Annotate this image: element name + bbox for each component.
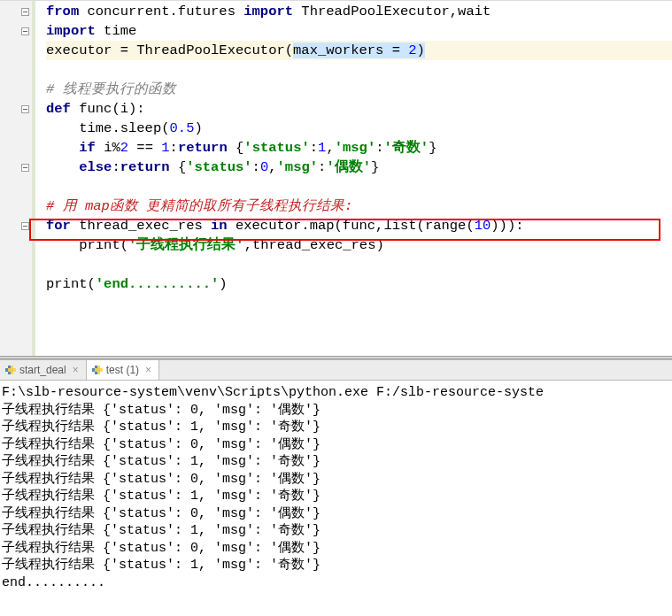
- token-comment: # 用 map函数 更精简的取所有子线程执行结果:: [46, 198, 352, 214]
- token: i%: [104, 140, 120, 156]
- tab-test-1[interactable]: test (1) ×: [87, 360, 159, 380]
- pane-divider[interactable]: [0, 356, 672, 359]
- console-line: 子线程执行结果 {'status': 1, 'msg': '奇数'}: [2, 522, 670, 540]
- code-area[interactable]: from concurrent.futures import ThreadPoo…: [35, 1, 672, 294]
- token-selection: max_workers =: [293, 42, 408, 58]
- token-string: '偶数': [326, 159, 371, 175]
- token-string: 'status': [186, 159, 251, 175]
- console-line: 子线程执行结果 {'status': 0, 'msg': '偶数'}: [2, 505, 670, 523]
- token: {: [178, 159, 186, 175]
- fold-icon[interactable]: [21, 222, 29, 230]
- token: ))):: [490, 218, 523, 234]
- fold-icon[interactable]: [21, 105, 29, 113]
- token: :: [310, 140, 318, 156]
- token-number: 1: [318, 140, 326, 156]
- console-line: 子线程执行结果 {'status': 0, 'msg': '偶数'}: [2, 540, 670, 558]
- code-editor[interactable]: from concurrent.futures import ThreadPoo…: [0, 0, 672, 356]
- token-keyword: return: [178, 140, 236, 156]
- close-icon[interactable]: ×: [73, 364, 79, 376]
- token-keyword: import: [243, 4, 293, 19]
- fold-icon[interactable]: [21, 164, 29, 172]
- token-string: 'status': [243, 140, 309, 156]
- token: ThreadPoolExecutor,wait: [293, 4, 490, 19]
- token: :: [252, 159, 260, 175]
- token-keyword: def: [46, 101, 79, 117]
- console-line: 子线程执行结果 {'status': 1, 'msg': '奇数'}: [2, 488, 670, 505]
- token: print(: [46, 276, 96, 292]
- token-string: '奇数': [384, 140, 429, 156]
- tab-label: test (1): [106, 364, 139, 376]
- token-string: 'msg': [335, 140, 376, 156]
- token-keyword: from: [46, 4, 79, 19]
- token-keyword: if: [79, 140, 104, 156]
- tab-label: start_deal: [19, 364, 66, 376]
- token: print(: [46, 237, 128, 253]
- console-line: 子线程执行结果 {'status': 1, 'msg': '奇数'}: [2, 419, 670, 436]
- token: executor = ThreadPoolExecutor(: [46, 42, 293, 58]
- token-number: 2: [120, 140, 128, 156]
- token: ): [194, 120, 202, 136]
- fold-icon[interactable]: [21, 27, 29, 35]
- token: [46, 159, 79, 175]
- python-icon: [92, 365, 103, 375]
- token-number: 1: [161, 140, 169, 156]
- token: ,thread_exec_res): [244, 237, 384, 253]
- token: :: [375, 140, 383, 156]
- console-line: 子线程执行结果 {'status': 0, 'msg': '偶数'}: [2, 471, 670, 489]
- token: :: [318, 159, 326, 175]
- token: ==: [128, 140, 161, 156]
- token: }: [371, 159, 379, 175]
- console-line: end..........: [2, 574, 670, 592]
- token: concurrent.futures: [79, 4, 243, 19]
- token-number: 10: [475, 218, 491, 234]
- close-icon[interactable]: ×: [145, 364, 151, 376]
- token-keyword: in: [211, 218, 236, 234]
- gutter: [0, 1, 35, 356]
- token-string: '子线程执行结果': [128, 237, 244, 253]
- python-icon: [5, 365, 16, 375]
- console-output[interactable]: F:\slb-resource-system\venv\Scripts\pyth…: [0, 381, 672, 616]
- token: thread_exec_res: [79, 218, 211, 234]
- token: }: [429, 140, 436, 156]
- console-line: 子线程执行结果 {'status': 1, 'msg': '奇数'}: [2, 453, 670, 471]
- token: ,: [326, 140, 334, 156]
- token: time: [96, 23, 137, 39]
- token-string: 'end..........': [96, 276, 220, 292]
- token: :: [170, 140, 178, 156]
- console-line: 子线程执行结果 {'status': 0, 'msg': '偶数'}: [2, 436, 670, 454]
- token: :: [112, 159, 120, 175]
- token: ): [219, 276, 227, 292]
- token: [46, 140, 79, 156]
- token-string: 'msg': [277, 159, 319, 175]
- token-number: 2: [408, 42, 416, 58]
- tab-start-deal[interactable]: start_deal ×: [0, 360, 87, 380]
- token-number: 0.5: [170, 120, 195, 136]
- token-funcname: func: [79, 101, 112, 117]
- token-comment: # 线程要执行的函数: [46, 81, 176, 97]
- token-keyword: return: [120, 159, 178, 175]
- fold-icon[interactable]: [21, 8, 29, 16]
- token-keyword: for: [46, 218, 79, 234]
- token: executor.map(func,list(range(: [236, 218, 475, 234]
- token-keyword: else: [79, 159, 112, 175]
- token: {: [236, 140, 243, 156]
- console-line: 子线程执行结果 {'status': 0, 'msg': '偶数'}: [2, 402, 670, 420]
- token: ): [417, 42, 425, 58]
- console-tabs: start_deal × test (1) ×: [0, 359, 672, 381]
- token: time.sleep(: [46, 120, 170, 136]
- console-line: F:\slb-resource-system\venv\Scripts\pyth…: [2, 384, 670, 402]
- token: ,: [268, 159, 276, 175]
- token-number: 0: [260, 159, 268, 175]
- token-keyword: import: [46, 23, 96, 39]
- token: (i):: [112, 101, 144, 117]
- console-line: 子线程执行结果 {'status': 1, 'msg': '奇数'}: [2, 557, 670, 574]
